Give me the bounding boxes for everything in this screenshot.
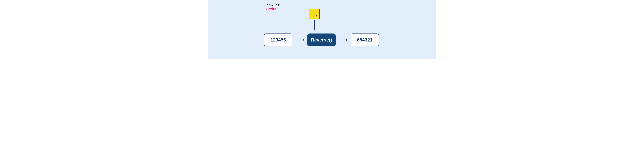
scaler-topics-logo: SCALER Topics	[266, 4, 280, 11]
javascript-icon: JS	[309, 9, 320, 19]
svg-marker-1	[314, 28, 315, 30]
arrow-right-icon	[295, 39, 305, 41]
arrow-right-icon	[338, 39, 348, 41]
svg-marker-3	[303, 39, 305, 41]
output-box: 654321	[350, 34, 379, 46]
input-box: 123456	[264, 34, 292, 46]
diagram-canvas: SCALER Topics JS 123456 Reverse() 654321	[208, 0, 436, 59]
flow-row: 123456 Reverse() 654321	[264, 34, 379, 46]
arrow-down-icon	[314, 20, 315, 30]
function-box: Reverse()	[307, 34, 336, 46]
js-badge-label: JS	[313, 14, 318, 18]
svg-marker-5	[346, 39, 348, 41]
